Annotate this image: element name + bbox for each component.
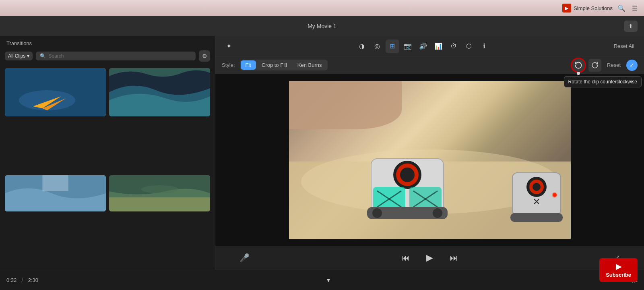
svg-point-25: [433, 208, 442, 218]
style-bar-right: Rotate the clip counterclockwise Reset ✓: [571, 58, 638, 73]
youtube-play-icon: ▶: [616, 262, 621, 271]
svg-rect-6: [42, 175, 68, 191]
magic-wand-icon: ✦: [226, 42, 231, 50]
svg-rect-8: [109, 197, 210, 211]
rotate-clockwise-button[interactable]: [588, 59, 601, 72]
magic-wand-button[interactable]: ✦: [222, 39, 235, 53]
previous-button[interactable]: ⏮: [398, 251, 413, 265]
crop-button[interactable]: ⊞: [386, 39, 399, 53]
mic-button[interactable]: 🎤: [239, 253, 250, 263]
exposure-button[interactable]: ◑: [355, 39, 369, 53]
filter-icon: ⬡: [466, 42, 472, 50]
playback-bar: 🎤 ⏮ ▶ ⏭ ⤢: [215, 246, 644, 270]
list-icon[interactable]: ☰: [632, 4, 638, 12]
top-bar-icons: 🔍 ☰: [617, 4, 638, 12]
movie-title: My Movie 1: [308, 23, 336, 29]
previous-icon: ⏮: [402, 253, 410, 263]
filter-button[interactable]: ⬡: [462, 39, 476, 53]
crop-to-fill-style-button[interactable]: Crop to Fill: [257, 60, 292, 70]
share-button[interactable]: ⬆: [624, 21, 638, 32]
reset-all-button[interactable]: Reset All: [611, 41, 638, 51]
gear-button[interactable]: ⚙: [199, 50, 210, 62]
style-bar: Style: Fit Crop to Fill Ken Burns Rotate…: [215, 56, 644, 74]
search-icon: 🔍: [40, 53, 46, 59]
title-bar: My Movie 1 ⬆: [0, 16, 644, 36]
svg-point-30: [533, 183, 541, 191]
audio-button[interactable]: 🔊: [416, 39, 430, 53]
svg-point-24: [372, 208, 382, 218]
thumbnail-beach[interactable]: [109, 175, 210, 211]
color-wheel-button[interactable]: ◎: [370, 39, 384, 53]
logo-icon: ▶: [562, 4, 571, 12]
toolbar: ✦ ◑ ◎ ⊞ 📷 🔊 📊 ⏱: [215, 36, 644, 56]
reset-button[interactable]: Reset: [604, 60, 624, 70]
speed-button[interactable]: ⏱: [447, 39, 460, 53]
panel-header: Transitions: [0, 36, 215, 49]
camera-button[interactable]: 📷: [401, 39, 415, 53]
speed-icon: ⏱: [450, 43, 457, 50]
search-icon[interactable]: 🔍: [617, 4, 625, 12]
time-separator: /: [21, 277, 23, 284]
video-area: ✕: [215, 74, 644, 246]
ken-burns-style-button[interactable]: Ken Burns: [293, 60, 327, 70]
chevron-down-icon: ▾: [27, 53, 29, 59]
audio-icon: 🔊: [419, 42, 427, 50]
video-frame: ✕: [289, 81, 571, 239]
color-wheel-icon: ◎: [374, 42, 380, 50]
exposure-icon: ◑: [359, 42, 365, 50]
app-title: Simple Solutions: [574, 5, 613, 11]
app-logo: ▶ Simple Solutions: [562, 4, 613, 12]
thumbnail-kayak[interactable]: [5, 68, 106, 116]
left-panel: Transitions All Clips ▾ 🔍 ⚙: [0, 36, 215, 270]
play-icon: ▶: [426, 253, 433, 263]
clip-selector[interactable]: All Clips ▾: [5, 52, 33, 60]
svg-text:✕: ✕: [533, 196, 541, 207]
panel-controls: All Clips ▾ 🔍 ⚙: [0, 49, 215, 65]
total-time: 2:30: [28, 277, 38, 283]
subscribe-label: Subscribe: [606, 272, 631, 278]
playhead-icon: ▾: [327, 276, 330, 284]
thumbnail-ocean[interactable]: [109, 68, 210, 116]
share-icon: ⬆: [628, 23, 633, 29]
small-robot: ✕: [510, 169, 563, 225]
youtube-subscribe-button[interactable]: ▶ Subscribe: [599, 258, 638, 282]
info-button[interactable]: ℹ: [477, 39, 491, 53]
crop-icon: ⊞: [390, 42, 395, 50]
svg-point-16: [400, 168, 415, 182]
confirm-button[interactable]: ✓: [626, 60, 638, 71]
current-time: 0:32: [6, 277, 17, 283]
svg-point-33: [552, 192, 557, 198]
chart-icon: 📊: [434, 42, 442, 50]
right-panel: ✦ ◑ ◎ ⊞ 📷 🔊 📊 ⏱: [215, 36, 644, 270]
camera-icon: 📷: [404, 42, 412, 50]
style-label: Style:: [222, 62, 235, 68]
rotate-counterclockwise-button[interactable]: [571, 58, 586, 73]
main-layout: Transitions All Clips ▾ 🔍 ⚙: [0, 36, 644, 270]
style-button-group: Fit Crop to Fill Ken Burns: [240, 60, 328, 70]
chart-button[interactable]: 📊: [431, 39, 445, 53]
cursor-indicator: [577, 72, 580, 75]
thumbnail-water[interactable]: [5, 175, 106, 211]
play-button[interactable]: ▶: [423, 251, 437, 265]
thumbnails-grid: [0, 65, 215, 270]
search-bar: 🔍: [36, 52, 196, 60]
next-icon: ⏭: [450, 253, 458, 263]
checkmark-icon: ✓: [630, 62, 634, 68]
search-input[interactable]: [48, 53, 192, 59]
svg-rect-34: [510, 213, 563, 222]
svg-point-9: [141, 185, 178, 193]
bottom-bar: 0:32 / 2:30 ▾ Settings: [0, 270, 644, 290]
clip-selector-label: All Clips: [8, 53, 25, 59]
fit-style-button[interactable]: Fit: [241, 60, 256, 70]
main-robot: [363, 143, 452, 223]
info-icon: ℹ: [483, 42, 485, 50]
top-bar: ▶ Simple Solutions 🔍 ☰: [0, 0, 644, 16]
next-button[interactable]: ⏭: [447, 251, 461, 265]
